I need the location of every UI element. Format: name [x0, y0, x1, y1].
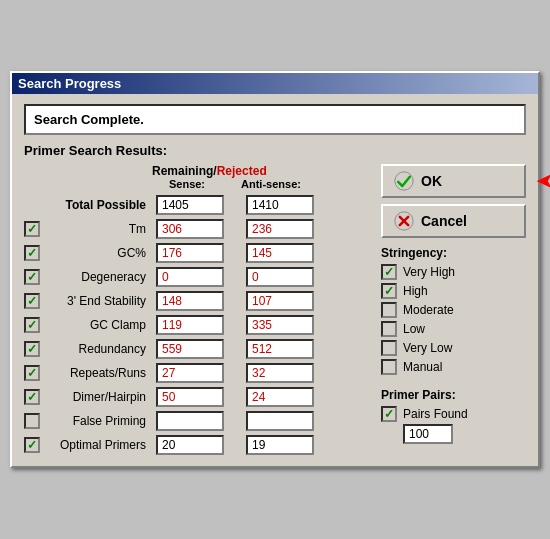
- stringency-item: Very High: [381, 264, 526, 280]
- stringency-label: High: [403, 284, 428, 298]
- antisense-column-header: Anti-sense:: [236, 178, 306, 190]
- antisense-value: [246, 411, 314, 431]
- row-checkbox[interactable]: [24, 221, 40, 237]
- table-row: False Priming: [24, 410, 373, 432]
- stringency-label: Very Low: [403, 341, 452, 355]
- sense-value: 148: [156, 291, 224, 311]
- antisense-value: 107: [246, 291, 314, 311]
- results-label: Primer Search Results:: [24, 143, 526, 158]
- table-row: Optimal Primers 20 19: [24, 434, 373, 456]
- row-label: Total Possible: [44, 198, 152, 212]
- row-label: Optimal Primers: [44, 438, 152, 452]
- stringency-item: Low: [381, 321, 526, 337]
- table-row: 3' End Stability 148 107: [24, 290, 373, 312]
- stringency-checkbox[interactable]: [381, 264, 397, 280]
- stringency-items: Very High High Moderate Low Very Low Man…: [381, 264, 526, 375]
- row-checkbox[interactable]: [24, 341, 40, 357]
- table-row: Redundancy 559 512: [24, 338, 373, 360]
- row-checkbox[interactable]: [24, 317, 40, 333]
- table-row: Total Possible 1405 1410: [24, 194, 373, 216]
- sense-value: 559: [156, 339, 224, 359]
- pairs-found-label: Pairs Found: [403, 407, 468, 421]
- row-checkbox[interactable]: [24, 269, 40, 285]
- stringency-item: High: [381, 283, 526, 299]
- pairs-found-row: Pairs Found: [381, 406, 526, 422]
- primer-pairs-title: Primer Pairs:: [381, 388, 526, 402]
- antisense-value: 1410: [246, 195, 314, 215]
- row-label: Redundancy: [44, 342, 152, 356]
- row-checkbox[interactable]: [24, 293, 40, 309]
- sense-value: 0: [156, 267, 224, 287]
- stringency-checkbox[interactable]: [381, 302, 397, 318]
- stringency-item: Very Low: [381, 340, 526, 356]
- row-label: Tm: [44, 222, 152, 236]
- right-panel: OK ➤ Cancel Strin: [381, 164, 526, 456]
- table-row: Degeneracy 0 0: [24, 266, 373, 288]
- table-row: GC% 176 145: [24, 242, 373, 264]
- left-panel: Remaining/Rejected Sense: Anti-sense: To…: [24, 164, 373, 456]
- antisense-value: 512: [246, 339, 314, 359]
- cancel-label: Cancel: [421, 213, 467, 229]
- ok-button[interactable]: OK: [381, 164, 526, 198]
- antisense-value: 32: [246, 363, 314, 383]
- sense-value: 20: [156, 435, 224, 455]
- row-label: Degeneracy: [44, 270, 152, 284]
- x-icon: [393, 210, 415, 232]
- row-checkbox[interactable]: [24, 413, 40, 429]
- status-message: Search Complete.: [34, 112, 144, 127]
- rejected-text: Rejected: [217, 164, 267, 178]
- row-label: GC%: [44, 246, 152, 260]
- remaining-rejected-label: Remaining/Rejected: [152, 164, 267, 178]
- pairs-found-value: 100: [403, 424, 453, 444]
- stringency-item: Manual: [381, 359, 526, 375]
- stringency-checkbox[interactable]: [381, 321, 397, 337]
- stringency-item: Moderate: [381, 302, 526, 318]
- sense-value: 27: [156, 363, 224, 383]
- stringency-checkbox[interactable]: [381, 340, 397, 356]
- stringency-label: Manual: [403, 360, 442, 374]
- stringency-section: Stringency: Very High High Moderate Low …: [381, 246, 526, 378]
- row-checkbox[interactable]: [24, 365, 40, 381]
- search-progress-window: Search Progress Search Complete. Primer …: [10, 71, 540, 468]
- stringency-checkbox[interactable]: [381, 359, 397, 375]
- row-label: False Priming: [44, 414, 152, 428]
- row-label: Repeats/Runs: [44, 366, 152, 380]
- table-row: Dimer/Hairpin 50 24: [24, 386, 373, 408]
- ok-arrow-indicator: ➤: [536, 168, 550, 194]
- row-checkbox[interactable]: [24, 437, 40, 453]
- stringency-label: Very High: [403, 265, 455, 279]
- ok-label: OK: [421, 173, 442, 189]
- data-rows: Total Possible 1405 1410 Tm 306 236 GC% …: [24, 194, 373, 456]
- cancel-button[interactable]: Cancel: [381, 204, 526, 238]
- antisense-value: 335: [246, 315, 314, 335]
- sense-value: [156, 411, 224, 431]
- table-row: Tm 306 236: [24, 218, 373, 240]
- antisense-value: 145: [246, 243, 314, 263]
- sense-value: 176: [156, 243, 224, 263]
- stringency-label: Moderate: [403, 303, 454, 317]
- sense-value: 1405: [156, 195, 224, 215]
- title-bar: Search Progress: [12, 73, 538, 94]
- pairs-found-checkbox[interactable]: [381, 406, 397, 422]
- checkmark-icon: [393, 170, 415, 192]
- sense-value: 306: [156, 219, 224, 239]
- stringency-label: Low: [403, 322, 425, 336]
- primer-pairs-section: Primer Pairs: Pairs Found 100: [381, 388, 526, 444]
- antisense-value: 19: [246, 435, 314, 455]
- table-row: GC Clamp 119 335: [24, 314, 373, 336]
- search-status-box: Search Complete.: [24, 104, 526, 135]
- antisense-value: 0: [246, 267, 314, 287]
- antisense-value: 24: [246, 387, 314, 407]
- sense-column-header: Sense:: [152, 178, 222, 190]
- stringency-title: Stringency:: [381, 246, 526, 260]
- row-checkbox[interactable]: [24, 389, 40, 405]
- table-row: Repeats/Runs 27 32: [24, 362, 373, 384]
- row-label: GC Clamp: [44, 318, 152, 332]
- row-label: Dimer/Hairpin: [44, 390, 152, 404]
- row-checkbox[interactable]: [24, 245, 40, 261]
- stringency-checkbox[interactable]: [381, 283, 397, 299]
- sense-value: 50: [156, 387, 224, 407]
- sense-value: 119: [156, 315, 224, 335]
- row-label: 3' End Stability: [44, 294, 152, 308]
- antisense-value: 236: [246, 219, 314, 239]
